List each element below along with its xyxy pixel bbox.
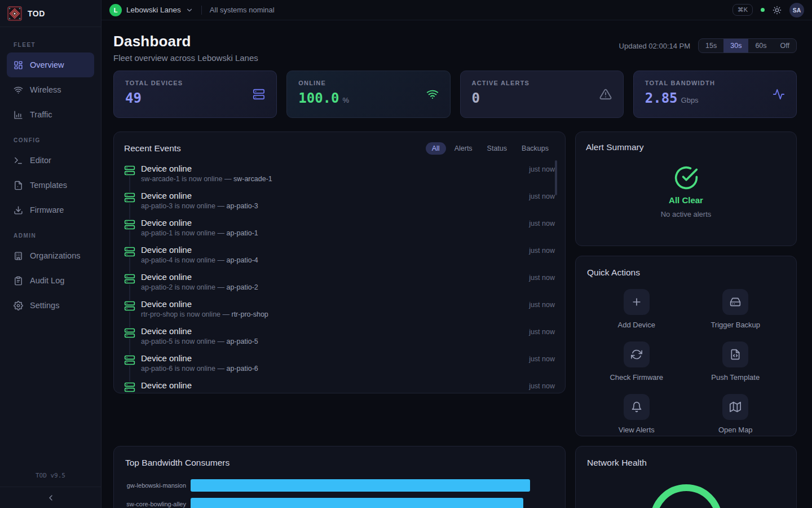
bandwidth-bar-track <box>191 479 554 492</box>
sidebar-item-label: Audit Log <box>30 276 64 285</box>
refresh-icon <box>631 349 642 360</box>
sidebar-item-traffic[interactable]: Traffic <box>7 102 94 127</box>
sidebar-item-settings[interactable]: Settings <box>7 293 94 318</box>
event-main: Device onlinejust now <box>141 326 555 336</box>
quick-action-button <box>624 394 650 420</box>
theme-toggle-button[interactable] <box>773 6 782 15</box>
user-avatar[interactable]: SA <box>789 3 804 17</box>
download-icon <box>14 205 23 215</box>
stat-label: ONLINE <box>298 80 438 86</box>
event-time: just now <box>529 247 555 255</box>
chevron-down-icon <box>186 6 193 14</box>
server-icon <box>253 88 265 100</box>
sidebar-section: FLEETOverviewWirelessTraffic <box>7 42 94 127</box>
stat-card-total-bandwidth: TOTAL BANDWIDTH2.85Gbps <box>633 71 797 118</box>
sidebar-item-wireless[interactable]: Wireless <box>7 77 94 102</box>
server-icon <box>124 165 135 176</box>
event-description: ap-patio-6 is now online — ap-patio-6 <box>141 365 555 373</box>
event-row: Device onlinejust nowap-patio-2 is now o… <box>124 272 555 299</box>
sidebar-section-label: ADMIN <box>14 233 87 239</box>
event-filter-backups[interactable]: Backups <box>515 142 555 155</box>
quick-action-label: Check Firmware <box>610 373 663 382</box>
event-main: Device onlinejust now <box>141 299 555 309</box>
bandwidth-title: Top Bandwidth Consumers <box>125 458 230 467</box>
quick-action-check-firmware[interactable]: Check Firmware <box>587 341 686 382</box>
event-title: Device online <box>141 380 192 390</box>
event-filter-alerts[interactable]: Alerts <box>448 142 479 155</box>
quick-action-view-alerts[interactable]: View Alerts <box>587 394 686 434</box>
bar-chart-icon <box>14 110 23 120</box>
stat-label: TOTAL DEVICES <box>125 80 265 86</box>
server-icon <box>124 273 135 284</box>
sidebar-nav: FLEETOverviewWirelessTrafficCONFIGEditor… <box>0 27 101 466</box>
refresh-interval-control: 15s30s60sOff <box>698 38 797 53</box>
event-title: Device online <box>141 326 192 336</box>
event-main: Device onlinejust now <box>141 245 555 255</box>
sidebar-item-organizations[interactable]: Organizations <box>7 243 94 268</box>
event-time: just now <box>529 220 555 227</box>
quick-action-trigger-backup[interactable]: Trigger Backup <box>686 289 785 329</box>
refresh-option-60s[interactable]: 60s <box>748 39 773 52</box>
sidebar-item-firmware[interactable]: Firmware <box>7 198 94 222</box>
sidebar-item-label: Traffic <box>30 110 52 119</box>
stat-value-row: 100.0% <box>298 90 438 106</box>
event-filter-status[interactable]: Status <box>481 142 513 155</box>
bandwidth-bar <box>191 498 523 508</box>
alert-summary-panel: Alert Summary All Clear No active alerts <box>575 132 797 246</box>
org-name: Lebowski Lanes <box>126 6 181 14</box>
event-device-name: rtr-pro-shop <box>231 310 268 318</box>
sidebar-section-label: CONFIG <box>14 137 87 143</box>
event-time: just now <box>529 274 555 282</box>
event-description: sw-arcade-1 is now online — sw-arcade-1 <box>141 175 555 183</box>
refresh-option-15s[interactable]: 15s <box>699 39 723 52</box>
refresh-option-30s[interactable]: 30s <box>723 39 748 52</box>
sidebar-item-audit-log[interactable]: Audit Log <box>7 268 94 293</box>
sidebar-item-label: Settings <box>30 301 59 310</box>
health-gauge: 100 <box>637 471 736 508</box>
bandwidth-bar-track <box>191 498 554 508</box>
gear-icon <box>14 301 23 310</box>
terminal-icon <box>14 156 23 165</box>
bandwidth-device-label: sw-core-bowling-alley <box>125 501 191 507</box>
sidebar-item-editor[interactable]: Editor <box>7 148 94 173</box>
sidebar: TOD FLEETOverviewWirelessTrafficCONFIGEd… <box>0 0 102 508</box>
map-icon <box>730 401 741 413</box>
event-row: Device onlinejust nowap-patio-4 is now o… <box>124 245 555 272</box>
logo-row: TOD <box>0 0 101 27</box>
network-health-panel: Network Health 100 <box>575 446 797 508</box>
event-title: Device online <box>141 299 192 309</box>
sidebar-item-overview[interactable]: Overview <box>7 52 94 77</box>
org-switcher[interactable]: L Lebowski Lanes <box>109 4 193 16</box>
quick-action-add-device[interactable]: Add Device <box>587 289 686 329</box>
sidebar-item-templates[interactable]: Templates <box>7 173 94 198</box>
sidebar-collapse-button[interactable] <box>0 487 101 508</box>
quick-action-label: Trigger Backup <box>710 321 760 329</box>
activity-icon <box>773 88 785 100</box>
quick-action-label: Add Device <box>618 321 655 329</box>
event-row: Device onlinejust nowap-patio-3 is now o… <box>124 191 555 218</box>
building-icon <box>14 251 23 261</box>
refresh-option-off[interactable]: Off <box>774 39 796 52</box>
event-time: just now <box>529 301 555 309</box>
recent-events-title: Recent Events <box>124 143 181 154</box>
events-scrollbar[interactable] <box>555 160 557 195</box>
quick-action-button <box>722 341 748 367</box>
quick-actions-panel: Quick Actions Add DeviceTrigger BackupCh… <box>575 256 797 436</box>
alert-detail-text: No active alerts <box>661 210 712 218</box>
check-circle-icon <box>674 165 699 190</box>
event-filter-all[interactable]: All <box>426 142 446 155</box>
topbar: L Lebowski Lanes All systems nominal ⌘K … <box>102 0 812 20</box>
stat-card-active-alerts: ACTIVE ALERTS0 <box>460 71 624 118</box>
server-icon <box>124 219 135 230</box>
command-palette-button[interactable]: ⌘K <box>732 4 753 16</box>
event-description: ap-patio-4 is now online — ap-patio-4 <box>141 256 555 264</box>
quick-action-push-template[interactable]: Push Template <box>686 341 785 382</box>
quick-actions-grid: Add DeviceTrigger BackupCheck FirmwarePu… <box>587 289 785 434</box>
stat-card-online: ONLINE100.0% <box>286 71 450 118</box>
event-device-name: ap-patio-6 <box>226 365 258 373</box>
quick-action-button <box>722 394 748 420</box>
bandwidth-device-label: gw-lebowski-mansion <box>125 482 191 489</box>
event-title: Device online <box>141 218 192 227</box>
stat-unit: Gbps <box>681 96 699 104</box>
quick-action-open-map[interactable]: Open Map <box>686 394 785 434</box>
